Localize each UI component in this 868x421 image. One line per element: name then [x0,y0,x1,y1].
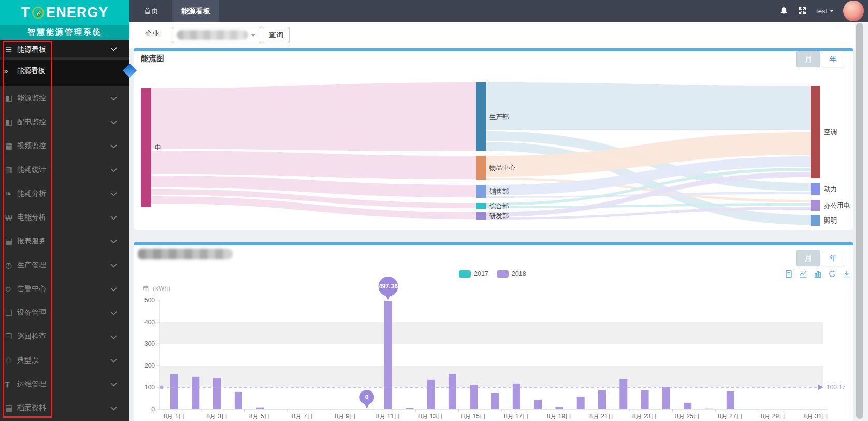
sidebar-item-7[interactable]: ◷生产管理 [0,253,129,277]
sankey-node-动力 [811,183,820,195]
sidebar-item-label: 能耗分析 [17,189,46,198]
bar-chart[interactable]: 0100200300400500电（kWh）8月 1日8月 3日8月 5日8月 … [134,242,853,421]
bar-day-21 [598,390,606,409]
sidebar-item-energy-dashboard[interactable]: ☰ 能源看板 [0,40,129,57]
bar-day-2 [192,377,199,409]
sidebar-item-1[interactable]: ◧配电监控 [0,110,129,134]
select-caret-icon [251,34,255,37]
scrollbar-thumb[interactable] [856,23,863,419]
svg-text:办公用电: 办公用电 [824,202,850,209]
tab-energy-dashboard[interactable]: 能源看板 [172,0,219,22]
sankey-node-研发部 [476,212,486,220]
chevron-down-icon [110,380,117,387]
svg-text:电: 电 [155,144,162,151]
sidebar-item-label: 典型票 [17,356,39,365]
sidebar-item-8[interactable]: Ω告警中心 [0,277,129,301]
archive-icon: ▤ [5,403,17,413]
user-dropdown[interactable]: test [816,7,834,15]
query-button[interactable]: 查询 [263,27,290,43]
chevron-down-icon [110,118,117,125]
bar-day-27 [727,391,734,409]
svg-text:8月 21日: 8月 21日 [589,413,614,420]
logo-text: ENERGY [46,5,108,21]
bell-icon: Ω [5,285,17,294]
sidebar-item-label: 设备管理 [17,308,46,317]
currency-icon: ₮ [5,380,17,389]
tab-home[interactable]: 首页 [129,0,172,22]
bar-day-3 [213,378,221,409]
svg-text:8月 5日: 8月 5日 [249,413,270,420]
camera-icon: ◧ [5,118,17,127]
sidebar: T ENERGY 智慧能源管理系统 ☰ 能源看板 » 能源看板 ◧能源监控◧配电… [0,0,129,421]
line-chart-icon[interactable] [799,269,808,279]
camera-icon: ◧ [5,94,17,103]
leaf-icon: ❧ [5,189,17,198]
svg-text:8月 19日: 8月 19日 [547,413,571,420]
sidebar-item-5[interactable]: ₩电能分析 [0,206,129,229]
legend-swatch [497,270,509,278]
svg-text:物品中心: 物品中心 [489,164,516,171]
markpoint-0: 0 [359,390,374,409]
app-subtitle: 智慧能源管理系统 [0,25,129,40]
enterprise-select[interactable] [172,27,261,43]
svg-text:电（kWh）: 电（kWh） [143,285,174,292]
bar-day-26 [705,409,713,409]
sidebar-item-12[interactable]: ₮运维管理 [0,372,129,396]
svg-text:照明: 照明 [824,217,837,224]
legend-item-2017[interactable]: 2017 [459,270,488,278]
svg-text:8月 23日: 8月 23日 [632,413,657,420]
sidebar-item-11[interactable]: ✩典型票 [0,349,129,372]
report-icon: ▤ [5,237,17,246]
fullscreen-icon[interactable] [798,6,807,16]
data-view-icon[interactable] [784,269,793,279]
chevron-down-icon [110,213,117,220]
sidebar-item-4[interactable]: ❧能耗分析 [0,182,129,206]
year-toggle[interactable]: 年 [821,250,845,266]
redacted-card-title [138,249,232,259]
sidebar-item-9[interactable]: ❏设备管理 [0,301,129,325]
film-icon: ▦ [5,141,17,151]
book-icon: ❏ [5,308,17,317]
sidebar-item-label: 视频监控 [17,141,46,151]
sankey-node-空调 [811,86,820,178]
sidebar-item-0[interactable]: ◧能源监控 [0,86,129,110]
sankey-node-销售部 [476,185,486,198]
chart-toolbox [784,269,851,279]
bar-chart-icon[interactable] [813,269,822,279]
download-icon[interactable] [842,269,851,279]
username: test [816,7,827,15]
sidebar-subitem-energy-dashboard[interactable]: » 能源看板 [0,60,129,82]
enterprise-label: 企业 [145,29,160,38]
sidebar-item-3[interactable]: ▥能耗统计 [0,158,129,182]
sankey-node-照明 [811,215,820,226]
month-toggle[interactable]: 月 [796,51,820,67]
sidebar-item-6[interactable]: ▤报表服务 [0,229,129,253]
dashboard-icon: ☰ [5,45,17,54]
top-navbar: 首页 能源看板 test [0,0,868,22]
bar-day-15 [470,385,478,409]
bar-day-11 [384,301,392,409]
svg-text:8月 31日: 8月 31日 [803,413,828,420]
refresh-icon[interactable] [828,269,837,279]
bar-day-25 [684,403,691,409]
bell-icon[interactable] [779,7,788,16]
sidebar-item-label: 运维管理 [17,380,46,389]
svg-text:综合部: 综合部 [489,202,509,210]
legend-item-2018[interactable]: 2018 [497,270,526,278]
year-toggle[interactable]: 年 [821,51,845,67]
avatar[interactable] [843,1,864,21]
sidebar-item-2[interactable]: ▦视频监控 [0,134,129,158]
sidebar-item-10[interactable]: ❒巡回检查 [0,325,129,349]
chevron-down-icon [110,142,117,149]
month-toggle[interactable]: 月 [796,250,820,266]
sankey-node-生产部 [476,82,486,151]
bar-day-12 [406,408,413,409]
picture-icon: ❒ [5,332,17,341]
app-logo[interactable]: T ENERGY [0,0,129,25]
sankey-link-生产部-空调 [486,82,811,130]
sankey-chart[interactable]: 电生产部物品中心销售部综合部研发部空调动力办公用电照明 [134,48,853,230]
bar-day-14 [449,374,456,409]
markpoint-497.36: 497.36 [379,277,398,300]
chevron-down-icon [110,404,117,411]
sidebar-item-13[interactable]: ▤档案资料 [0,396,129,420]
